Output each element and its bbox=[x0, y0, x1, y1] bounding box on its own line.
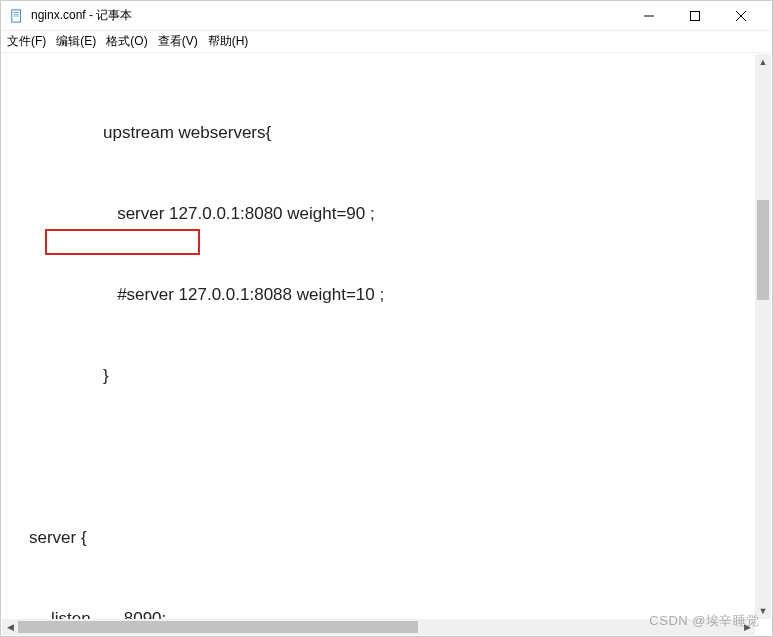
minimize-button[interactable] bbox=[626, 1, 672, 31]
menu-edit[interactable]: 编辑(E) bbox=[56, 33, 96, 50]
vertical-scrollbar[interactable]: ▲ ▼ bbox=[755, 54, 771, 619]
scroll-up-icon[interactable]: ▲ bbox=[755, 54, 771, 70]
code-line: server { bbox=[1, 524, 772, 551]
code-line-listen: listen 8090; bbox=[1, 605, 772, 620]
scroll-down-icon[interactable]: ▼ bbox=[755, 603, 771, 619]
scroll-right-icon[interactable]: ▶ bbox=[739, 619, 755, 635]
menu-help[interactable]: 帮助(H) bbox=[208, 33, 249, 50]
code-line bbox=[1, 443, 772, 470]
code-line: } bbox=[1, 362, 772, 389]
menu-format[interactable]: 格式(O) bbox=[106, 33, 147, 50]
code-line: #server 127.0.0.1:8088 weight=10 ; bbox=[1, 281, 772, 308]
horizontal-scrollbar[interactable]: ◀ ▶ bbox=[2, 619, 755, 635]
editor-area[interactable]: upstream webservers{ server 127.0.0.1:80… bbox=[1, 53, 772, 620]
window-title: nginx.conf - 记事本 bbox=[31, 7, 132, 24]
code-line: server 127.0.0.1:8080 weight=90 ; bbox=[1, 200, 772, 227]
scroll-track[interactable] bbox=[18, 619, 739, 635]
text-content[interactable]: upstream webservers{ server 127.0.0.1:80… bbox=[1, 53, 772, 620]
menubar: 文件(F) 编辑(E) 格式(O) 查看(V) 帮助(H) bbox=[1, 31, 772, 53]
scroll-track[interactable] bbox=[755, 70, 771, 603]
window-controls bbox=[626, 1, 764, 31]
menu-view[interactable]: 查看(V) bbox=[158, 33, 198, 50]
scroll-thumb[interactable] bbox=[18, 621, 418, 633]
maximize-button[interactable] bbox=[672, 1, 718, 31]
scroll-thumb[interactable] bbox=[757, 200, 769, 300]
notepad-icon bbox=[9, 8, 25, 24]
menu-file[interactable]: 文件(F) bbox=[7, 33, 46, 50]
close-button[interactable] bbox=[718, 1, 764, 31]
scroll-left-icon[interactable]: ◀ bbox=[2, 619, 18, 635]
titlebar: nginx.conf - 记事本 bbox=[1, 1, 772, 31]
svg-rect-5 bbox=[691, 11, 700, 20]
code-line: upstream webservers{ bbox=[1, 119, 772, 146]
